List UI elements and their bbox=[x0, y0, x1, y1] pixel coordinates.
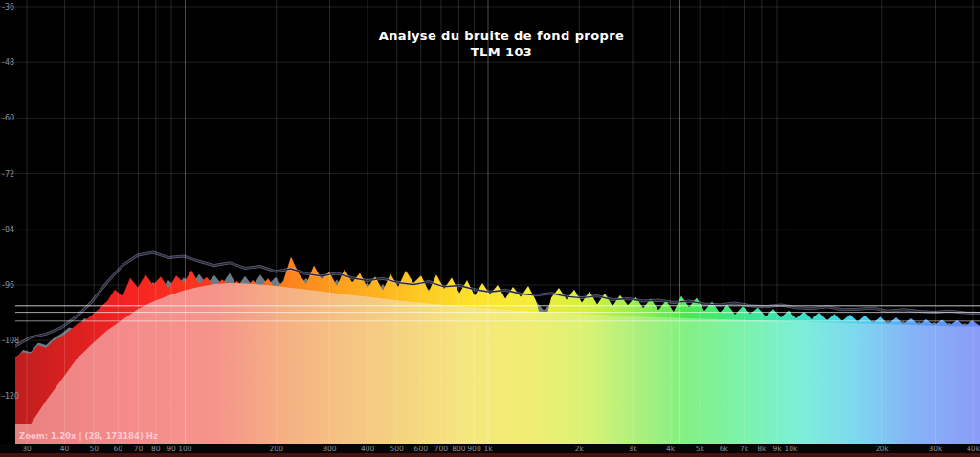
x-axis-tick-label: 30 bbox=[22, 445, 32, 453]
x-axis-tick-label: 400 bbox=[361, 445, 375, 453]
x-axis-tick-label: 4k bbox=[666, 445, 676, 453]
x-axis-tick-label: 7k bbox=[740, 445, 749, 453]
spectrum-analyzer-canvas[interactable]: -36-48-60-72-84-96-108-120 3040506070809… bbox=[0, 0, 980, 457]
x-axis-tick-label: 1k bbox=[483, 445, 493, 453]
chart-title-line2: TLM 103 bbox=[471, 45, 533, 59]
x-axis-tick-label: 70 bbox=[134, 445, 144, 453]
x-axis-tick-label: 5k bbox=[696, 445, 705, 453]
x-axis-tick-label: 200 bbox=[270, 445, 284, 453]
x-axis-tick-label: 6k bbox=[720, 445, 729, 453]
x-axis-tick-label: 900 bbox=[467, 445, 481, 453]
y-axis-tick-label: -108 bbox=[2, 337, 19, 345]
x-axis-tick-label: 300 bbox=[323, 445, 337, 453]
y-axis-tick-label: -120 bbox=[2, 392, 19, 401]
x-axis-tick-label: 50 bbox=[89, 445, 99, 453]
x-axis-tick-label: 100 bbox=[178, 445, 192, 453]
x-axis-tick-label: 700 bbox=[434, 445, 449, 453]
x-axis-tick-label: 500 bbox=[390, 445, 405, 453]
x-axis-tick-label: 40 bbox=[60, 445, 70, 453]
x-axis-tick-label: 40k bbox=[967, 445, 980, 453]
x-axis-tick-label: 2k bbox=[575, 445, 585, 453]
x-axis-tick-label: 80 bbox=[151, 445, 161, 453]
x-axis-tick-label: 60 bbox=[114, 445, 123, 453]
zoom-status-label: Zoom: 1.20x | (28, 173184) Hz bbox=[19, 431, 158, 441]
y-axis-tick-label: -96 bbox=[2, 281, 14, 290]
y-axis-tick-label: -48 bbox=[2, 58, 14, 67]
x-axis-tick-label: 600 bbox=[414, 445, 429, 453]
x-axis-tick-label: 3k bbox=[628, 445, 637, 453]
bottom-strip bbox=[0, 453, 980, 457]
x-axis-tick-label: 8k bbox=[757, 445, 767, 453]
x-axis-tick-label: 30k bbox=[929, 445, 944, 453]
y-axis-tick-label: -60 bbox=[2, 114, 14, 122]
x-axis-tick-label: 20k bbox=[876, 445, 890, 453]
y-axis-tick-label: -72 bbox=[2, 170, 14, 179]
x-axis-tick-label: 10k bbox=[785, 445, 799, 453]
x-axis-tick-label: 9k bbox=[772, 445, 782, 453]
chart-title-line1: Analyse du bruite de fond propre bbox=[379, 29, 624, 43]
y-axis-tick-label: -84 bbox=[2, 226, 14, 234]
x-axis-tick-label: 90 bbox=[167, 445, 176, 453]
y-axis-tick-label: -36 bbox=[2, 3, 14, 11]
x-axis-tick-label: 800 bbox=[452, 445, 466, 453]
